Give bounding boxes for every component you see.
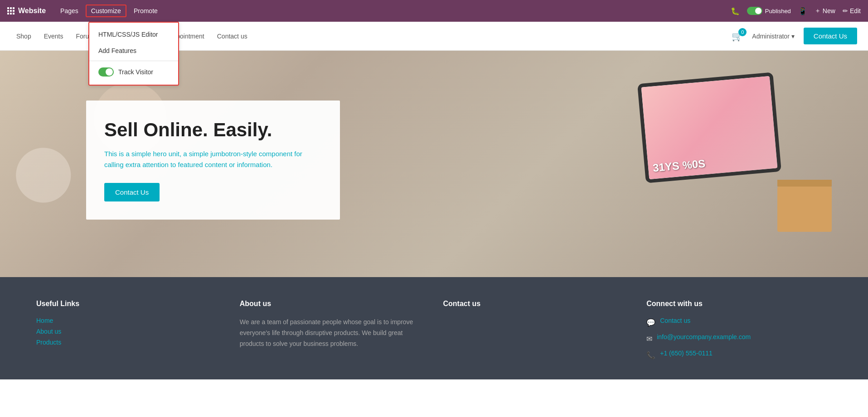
footer-connect: Connect with us 💬 Contact us ✉ info@your…: [646, 300, 832, 366]
useful-links-heading: Useful Links: [36, 300, 222, 308]
connect-phone: 📞 +1 (650) 555-0111: [646, 350, 832, 360]
nav-contact-button[interactable]: Contact Us: [804, 28, 857, 44]
hero-contact-button[interactable]: Contact Us: [104, 183, 160, 201]
admin-label: Administrator: [752, 33, 789, 40]
tablet-mockup: 31YS %0S: [637, 72, 781, 183]
tablet-text: 31YS %0S: [652, 157, 706, 174]
edit-button[interactable]: ✏ Edit: [843, 7, 861, 14]
cart-icon-container[interactable]: 🛒 0: [732, 31, 743, 42]
dropdown-divider: [89, 61, 178, 61]
add-features-label: Add Features: [98, 47, 136, 54]
connect-email-link[interactable]: info@yourcompany.example.com: [657, 333, 751, 340]
logo: Website: [7, 7, 46, 15]
new-label: New: [823, 7, 835, 14]
chevron-down-icon: ▾: [791, 33, 795, 40]
connect-contact: 💬 Contact us: [646, 317, 832, 328]
customize-link[interactable]: Customize: [86, 5, 126, 17]
footer-link-products[interactable]: Products: [36, 339, 222, 346]
add-features-item[interactable]: Add Features: [89, 43, 178, 59]
plus-icon: ＋: [815, 7, 821, 15]
footer: Useful Links Home About us Products Abou…: [0, 277, 868, 379]
top-bar-nav: Pages Customize Promote: [55, 5, 163, 17]
bug-icon: 🐛: [731, 7, 740, 15]
track-visitor-toggle[interactable]: [98, 67, 114, 77]
contact-heading: Contact us: [443, 300, 629, 308]
published-toggle[interactable]: Published: [747, 7, 791, 15]
hero-title: Sell Online. Easily.: [104, 119, 318, 141]
top-bar: Website Pages Customize Promote 🐛 Publis…: [0, 0, 868, 22]
admin-dropdown[interactable]: Administrator ▾: [752, 33, 794, 40]
connect-heading: Connect with us: [646, 300, 832, 308]
edit-label: Edit: [850, 7, 861, 14]
footer-link-home[interactable]: Home: [36, 317, 222, 324]
html-css-editor-item[interactable]: HTML/CSS/JS Editor: [89, 26, 178, 43]
mobile-icon[interactable]: 📱: [798, 7, 807, 15]
connect-email: ✉ info@yourcompany.example.com: [646, 333, 832, 344]
nav-contact-us[interactable]: Contact us: [212, 30, 253, 43]
site-name: Website: [18, 7, 46, 15]
promote-link[interactable]: Promote: [128, 5, 163, 17]
top-bar-right: 🐛 Published 📱 ＋ New ✏ Edit: [731, 7, 861, 15]
nav-shop[interactable]: Shop: [11, 30, 37, 43]
pencil-icon: ✏: [843, 7, 848, 14]
footer-about: About us We are a team of passionate peo…: [240, 300, 425, 366]
track-visitor-item[interactable]: Track Visitor: [89, 63, 178, 81]
connect-contact-link[interactable]: Contact us: [660, 317, 690, 324]
about-heading: About us: [240, 300, 425, 308]
track-visitor-label: Track Visitor: [118, 68, 153, 76]
email-icon: ✉: [646, 335, 652, 343]
pages-link[interactable]: Pages: [55, 5, 84, 17]
nav-events[interactable]: Events: [39, 30, 69, 43]
phone-icon: 📞: [646, 351, 655, 359]
chat-icon: 💬: [646, 318, 655, 327]
tablet-screen: 31YS %0S: [641, 76, 778, 179]
hero-subtitle: This is a simple hero unit, a simple jum…: [104, 149, 318, 170]
about-text: We are a team of passionate people whose…: [240, 317, 425, 349]
footer-contact: Contact us: [443, 300, 629, 366]
hero-card: Sell Online. Easily. This is a simple he…: [86, 101, 340, 220]
footer-link-about[interactable]: About us: [36, 328, 222, 335]
html-css-editor-label: HTML/CSS/JS Editor: [98, 31, 158, 38]
new-button[interactable]: ＋ New: [815, 7, 835, 15]
grid-icon: [7, 7, 15, 14]
gift-box-decoration: [777, 187, 832, 232]
published-label: Published: [765, 8, 791, 14]
customize-dropdown: HTML/CSS/JS Editor Add Features Track Vi…: [88, 22, 179, 86]
footer-useful-links: Useful Links Home About us Products: [36, 300, 222, 366]
publish-toggle-switch[interactable]: [747, 7, 762, 15]
cart-badge: 0: [738, 28, 747, 36]
connect-phone-link[interactable]: +1 (650) 555-0111: [660, 350, 713, 357]
